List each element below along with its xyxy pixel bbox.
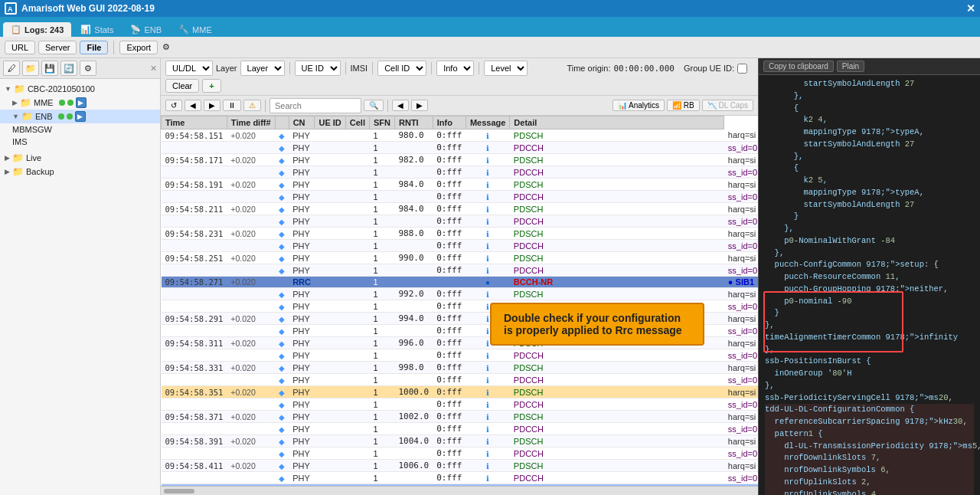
col-sfn[interactable]: RNTI [395, 116, 433, 129]
table-row[interactable]: ◆ PHY 1 0:fff ℹ PDCCH ss_id=0 cce_index=… [162, 240, 759, 252]
table-row[interactable]: ◆ PHY 1 0:fff ℹ PDCCH ss_id=0 cce_index=… [162, 166, 759, 179]
table-row[interactable]: 09:54:58.351 +0.020 ◆ PHY 1 1000.0 0:fff… [162, 386, 759, 398]
table-row[interactable]: 09:54:58.271 +0.020 RRC 1 ● BCCH-NR ● SI… [162, 277, 759, 288]
col-cell[interactable]: SFN [370, 116, 395, 129]
layer-select[interactable]: Layer [240, 61, 285, 76]
table-row[interactable]: 09:54:58.411 +0.020 ◆ PHY 1 1006.0 0:fff… [162, 460, 759, 472]
cell-time: 09:54:58.191 [162, 179, 227, 191]
cell-msg: PDCCH [510, 472, 724, 484]
back-btn[interactable]: ◀ [185, 100, 201, 111]
col-timediff[interactable]: Time diff# [227, 116, 275, 129]
folder-icon-enb: 📁 [21, 111, 33, 122]
table-row[interactable]: 09:54:58.251 +0.020 ◆ PHY 1 990.0 0:fff … [162, 252, 759, 264]
refresh-btn[interactable]: ↺ [165, 100, 182, 111]
col-cn[interactable]: UE ID [315, 116, 345, 129]
cellid-select[interactable]: Cell ID [377, 61, 426, 76]
sidebar-close-btn[interactable]: ✕ [150, 64, 157, 74]
sidebar-icon-btn-1[interactable]: 🖊 [3, 61, 20, 76]
col-rnti[interactable]: Info [433, 116, 466, 129]
sidebar-item-live[interactable]: ▶ 📁 Live [0, 151, 160, 165]
sidebar-icon-btn-2[interactable]: 📁 [22, 61, 39, 76]
layer-label: Layer [216, 64, 237, 73]
file-button[interactable]: File [80, 41, 108, 54]
sidebar-icon-btn-5[interactable]: ⚙ [80, 61, 96, 76]
url-button[interactable]: URL [5, 41, 35, 54]
table-row[interactable]: ◆ PHY 1 0:fff ℹ PDCCH ss_id=0 cce_index=… [162, 447, 759, 460]
sidebar-item-enb[interactable]: ▼ 📁 ENB ▶ [0, 110, 160, 123]
table-row[interactable]: ◆ PHY 1 0:fff ℹ PDCCH ss_id=0 cce_index=… [162, 264, 759, 277]
table-row[interactable]: 09:54:58.211 +0.020 ◆ PHY 1 984.0 0:fff … [162, 203, 759, 215]
info-select[interactable]: Info [436, 61, 474, 76]
copy-clipboard-btn[interactable]: Copy to clipboard [763, 61, 834, 72]
server-button[interactable]: Server [38, 41, 77, 54]
export-button[interactable]: Export [119, 41, 158, 54]
bottom-scrollbar[interactable] [161, 486, 758, 495]
log-area[interactable]: Time Time diff# CN UE ID Cell SFN RNTI I… [161, 116, 758, 486]
group-ueid-checkbox[interactable] [737, 64, 747, 74]
tab-logs[interactable]: 📋 Logs: 243 [3, 22, 71, 37]
table-row[interactable]: ◆ PHY 1 992.0 0:fff ℹ PDSCH harq=si prb=… [162, 288, 759, 300]
level-select[interactable]: Level [484, 61, 528, 76]
cell-time [162, 300, 227, 313]
analytics-btn[interactable]: 📊 Analytics [612, 100, 665, 111]
tab-stats[interactable]: 📊 Stats [73, 22, 121, 37]
rb-btn[interactable]: 📶 RB [667, 100, 700, 111]
table-row[interactable]: ◆ PHY 1 0:fff ℹ PDCCH ss_id=0 cce_index=… [162, 191, 759, 203]
scroll-thumb[interactable] [164, 489, 194, 493]
toolbar-settings-icon[interactable]: ⚙ [162, 42, 170, 52]
table-row[interactable]: 09:54:58.371 +0.020 ◆ PHY 1 1002.0 0:fff… [162, 411, 759, 423]
enb-action-btn[interactable]: ▶ [75, 111, 86, 122]
diamond-icon: ◆ [279, 462, 285, 470]
col-msg[interactable]: Detail [510, 116, 724, 129]
table-row[interactable]: ◆ PHY 1 0:fff ℹ PDCCH ss_id=0 cce_index=… [162, 423, 759, 435]
table-row[interactable]: 09:54:58.171 +0.020 ◆ PHY 1 982.0 0:fff … [162, 154, 759, 166]
table-row[interactable]: ◆ PHY 1 0:fff ℹ PDCCH ss_id=0 cce_index=… [162, 142, 759, 154]
cell-time: 09:54:58.231 [162, 228, 227, 240]
table-row[interactable]: ◆ PHY 1 0:fff ℹ PDCCH ss_id=0 cce_index=… [162, 472, 759, 484]
cell-timediff: +0.020 [227, 277, 275, 288]
mme-action-btn[interactable]: ▶ [76, 97, 87, 108]
table-row[interactable]: ◆ PHY 1 0:fff ℹ PDCCH ss_id=0 cce_index=… [162, 398, 759, 411]
ueid-select[interactable]: UE ID [295, 61, 341, 76]
sidebar-icon-btn-4[interactable]: 🔄 [60, 61, 77, 76]
col-info[interactable]: Message [466, 116, 509, 129]
table-row[interactable]: 09:54:58.331 +0.020 ◆ PHY 1 998.0 0:fff … [162, 362, 759, 374]
forward-btn[interactable]: ▶ [204, 100, 220, 111]
table-row[interactable]: 09:54:58.151 +0.020 ◆ PHY 1 980.0 0:fff … [162, 129, 759, 142]
code-line: k2 4, [765, 114, 974, 126]
clear-button[interactable]: Clear [165, 79, 199, 93]
search-btn[interactable]: 🔍 [364, 100, 384, 111]
tab-enb[interactable]: 📡 ENB [122, 22, 169, 37]
col-type[interactable]: CN [289, 116, 315, 129]
sidebar-item-mme[interactable]: ▶ 📁 MME ▶ [0, 96, 160, 110]
sidebar-icon-btn-3[interactable]: 💾 [41, 61, 58, 76]
warning-btn[interactable]: ⚠ [243, 100, 261, 111]
table-row[interactable]: 09:54:58.391 +0.020 ◆ PHY 1 1004.0 0:fff… [162, 435, 759, 447]
cell-cn [315, 398, 345, 411]
cell-rnti [433, 277, 466, 288]
close-button[interactable]: ✕ [966, 2, 975, 15]
next-result-btn[interactable]: ▶ [411, 100, 428, 111]
cell-time: 09:54:58.391 [162, 435, 227, 447]
add-filter-button[interactable]: + [202, 79, 220, 93]
col-ueid[interactable]: Cell [345, 116, 369, 129]
sidebar-item-backup[interactable]: ▶ 📁 Backup [0, 165, 160, 179]
sidebar-item-mbmsgw[interactable]: MBMSGW [0, 123, 160, 136]
search-input[interactable] [270, 98, 361, 113]
table-row[interactable]: ◆ PHY 1 0:fff ℹ PDCCH ss_id=0 cce_index=… [162, 374, 759, 386]
cell-msg: PDSCH [510, 411, 724, 423]
prev-result-btn[interactable]: ◀ [392, 100, 409, 111]
table-row[interactable]: ◆ PHY 1 0:fff ℹ PDCCH ss_id=0 cce_index=… [162, 349, 759, 362]
dl-caps-btn[interactable]: 📉 DL Caps [702, 100, 753, 111]
pause-btn[interactable]: ⏸ [223, 100, 241, 111]
table-row[interactable]: 09:54:58.191 +0.020 ◆ PHY 1 984.0 0:fff … [162, 179, 759, 191]
direction-select[interactable]: UL/DLULDL [165, 61, 213, 76]
cell-cn [315, 300, 345, 313]
tab-mme[interactable]: 🔧 MME [171, 22, 220, 37]
plain-btn[interactable]: Plain [837, 61, 864, 72]
table-row[interactable]: ◆ PHY 1 0:fff ℹ PDCCH ss_id=0 cce_index=… [162, 215, 759, 228]
table-row[interactable]: 09:54:58.231 +0.020 ◆ PHY 1 988.0 0:fff … [162, 228, 759, 240]
sidebar-item-ims[interactable]: IMS [0, 136, 160, 148]
col-time[interactable]: Time [162, 116, 227, 129]
sidebar-root[interactable]: ▼ 📁 CBC-2021050100 [0, 82, 160, 96]
